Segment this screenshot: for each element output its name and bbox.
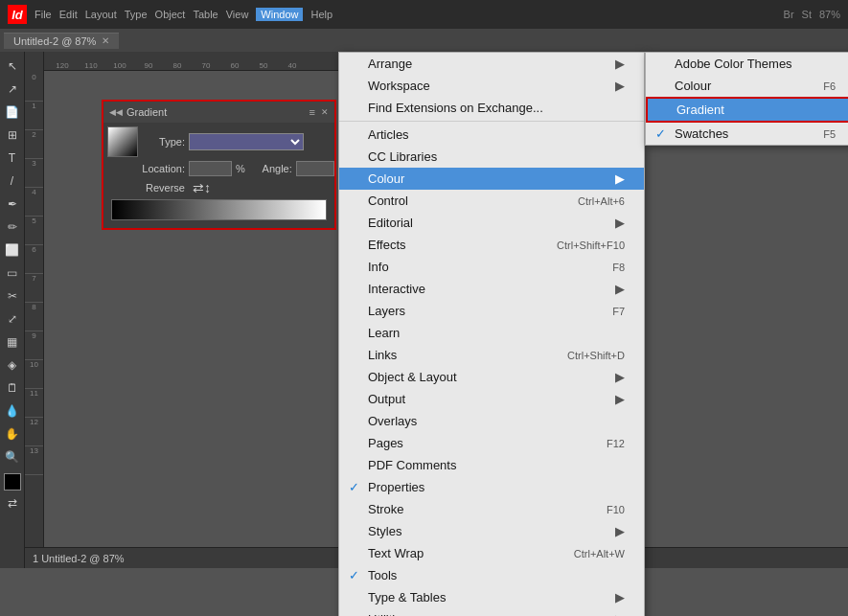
gradient-panel-close-icon[interactable]: ✕	[321, 107, 329, 117]
workspace-arrow: ▶	[615, 79, 625, 93]
menu-item-text-wrap[interactable]: Text Wrap Ctrl+Alt+W	[339, 542, 644, 564]
gradient-bar[interactable]	[111, 199, 327, 220]
menu-item-utilities[interactable]: Utilities ▶	[339, 608, 644, 616]
gradient-location-input[interactable]	[189, 161, 232, 176]
properties-check: ✓	[349, 480, 359, 494]
submenu-colour[interactable]: Colour F6	[646, 75, 848, 97]
gradient-panel-titlebar: ◀◀ Gradient ≡ ✕	[103, 102, 334, 123]
pencil-tool[interactable]: ✏	[2, 217, 23, 238]
gradient-swatch-tool[interactable]: ▦	[2, 331, 23, 353]
gradient-type-label: Type:	[142, 136, 185, 148]
gradient-collapse-icon[interactable]: ◀◀	[109, 107, 123, 117]
gradient-type-select[interactable]	[189, 133, 304, 150]
gradient-percent-symbol: %	[236, 163, 245, 174]
menu-item-workspace[interactable]: Workspace ▶	[339, 75, 644, 97]
menu-item-find-extensions[interactable]: Find Extensions on Exchange...	[339, 97, 644, 119]
gradient-angle-label: Angle:	[249, 163, 292, 174]
gradient-panel-menu-icon[interactable]: ≡	[309, 106, 315, 118]
layout-menu-title: Layout	[85, 9, 117, 20]
gradient-preview-swatch	[107, 126, 138, 157]
menu-item-cc-libraries[interactable]: CC Libraries	[339, 146, 644, 168]
menu-item-properties[interactable]: ✓ Properties	[339, 476, 644, 498]
tools-check: ✓	[349, 568, 359, 582]
title-bar: Id File Edit Layout Type Object Table Vi…	[0, 0, 848, 29]
page-tool[interactable]: 📄	[2, 102, 23, 123]
vertical-ruler: 0 1 2 3 4 5 6 7 8 9 10 11 12 13	[25, 52, 44, 568]
window-menu-dropdown: Arrange ▶ Workspace ▶ Find Extensions on…	[338, 52, 645, 616]
styles-arrow: ▶	[615, 524, 625, 538]
menu-item-type-tables[interactable]: Type & Tables ▶	[339, 586, 644, 608]
document-tab-label: Untitled-2 @ 87%	[13, 35, 96, 47]
divider-1	[339, 121, 644, 122]
menu-item-links[interactable]: Links Ctrl+Shift+D	[339, 344, 644, 366]
gradient-panel-title: Gradient	[126, 106, 167, 118]
menu-item-object-layout[interactable]: Object & Layout ▶	[339, 366, 644, 388]
menu-item-output[interactable]: Output ▶	[339, 388, 644, 410]
menu-item-tools[interactable]: ✓ Tools	[339, 564, 644, 586]
type-tool[interactable]: T	[2, 148, 23, 169]
free-transform-tool[interactable]: ⤢	[2, 308, 23, 330]
type-tables-arrow: ▶	[615, 590, 625, 605]
menu-item-layers[interactable]: Layers F7	[339, 300, 644, 322]
object-layout-arrow: ▶	[615, 370, 625, 384]
gap-tool[interactable]: ⊞	[2, 125, 23, 146]
fill-color[interactable]	[4, 473, 21, 491]
document-tab[interactable]: Untitled-2 @ 87% ✕	[4, 33, 119, 49]
file-menu-title: File	[34, 9, 52, 20]
menu-item-interactive[interactable]: Interactive ▶	[339, 278, 644, 300]
colour-arrow: ▶	[615, 171, 625, 186]
swap-colors[interactable]: ⇄	[2, 492, 23, 513]
eyedropper-tool[interactable]: 💧	[2, 400, 23, 422]
menu-item-pages[interactable]: Pages F12	[339, 432, 644, 454]
menu-item-articles[interactable]: Articles	[339, 124, 644, 146]
interactive-arrow: ▶	[615, 282, 625, 296]
gradient-reverse-label: Reverse	[142, 182, 185, 194]
editorial-arrow: ▶	[615, 216, 625, 230]
status-doc-label: 1 Untitled-2 @ 87%	[33, 553, 125, 564]
rect-tool[interactable]: ▭	[2, 262, 23, 284]
gradient-panel-controls: Type: Location: % Angle: Reverse	[103, 123, 334, 228]
menu-item-info[interactable]: Info F8	[339, 256, 644, 278]
swatches-check: ✓	[655, 126, 666, 141]
tab-close-button[interactable]: ✕	[102, 35, 109, 46]
output-arrow: ▶	[615, 392, 625, 406]
hand-tool[interactable]: ✋	[2, 423, 23, 445]
stock-icon: St	[802, 9, 812, 20]
zoom-level: 87%	[819, 9, 840, 20]
note-tool[interactable]: 🗒	[2, 377, 23, 399]
pen-tool[interactable]: ✒	[2, 194, 23, 215]
menu-item-effects[interactable]: Effects Ctrl+Shift+F10	[339, 234, 644, 256]
rect-frame-tool[interactable]: ⬜	[2, 240, 23, 261]
menu-item-stroke[interactable]: Stroke F10	[339, 498, 644, 520]
menu-item-pdf-comments[interactable]: PDF Comments	[339, 454, 644, 476]
object-menu-title: Object	[155, 9, 186, 20]
gradient-feather-tool[interactable]: ◈	[2, 354, 23, 376]
menu-item-overlays[interactable]: Overlays	[339, 410, 644, 432]
direct-select-tool[interactable]: ↗	[2, 79, 23, 100]
line-tool[interactable]: /	[2, 171, 23, 192]
menu-item-arrange[interactable]: Arrange ▶	[339, 53, 644, 75]
edit-menu-title: Edit	[59, 9, 78, 20]
submenu-adobe-color-themes[interactable]: Adobe Color Themes	[646, 53, 848, 75]
table-menu-title: Table	[193, 9, 218, 20]
colour-submenu: Adobe Color Themes Colour F6 Gradient ✓ …	[645, 52, 848, 146]
view-menu-title: View	[226, 9, 249, 20]
menu-item-control[interactable]: Control Ctrl+Alt+6	[339, 190, 644, 212]
app-icon: Id	[8, 5, 27, 24]
menu-item-styles[interactable]: Styles ▶	[339, 520, 644, 542]
gradient-angle-input[interactable]	[296, 161, 334, 176]
window-menu-title[interactable]: Window	[256, 8, 303, 21]
menu-item-learn[interactable]: Learn	[339, 322, 644, 344]
zoom-tool[interactable]: 🔍	[2, 446, 23, 468]
gradient-reverse-icons[interactable]: ⇄↕	[193, 180, 211, 195]
bridge-icon: Br	[784, 9, 794, 20]
scissors-tool[interactable]: ✂	[2, 285, 23, 307]
menu-item-editorial[interactable]: Editorial ▶	[339, 212, 644, 234]
submenu-swatches[interactable]: ✓ Swatches F5	[646, 123, 848, 145]
gradient-location-label: Location:	[142, 163, 185, 174]
menu-item-colour[interactable]: Colour ▶	[339, 168, 644, 190]
utilities-arrow: ▶	[615, 612, 625, 616]
help-menu-title: Help	[310, 9, 332, 20]
select-tool[interactable]: ↖	[2, 56, 23, 77]
submenu-gradient[interactable]: Gradient	[646, 97, 848, 123]
